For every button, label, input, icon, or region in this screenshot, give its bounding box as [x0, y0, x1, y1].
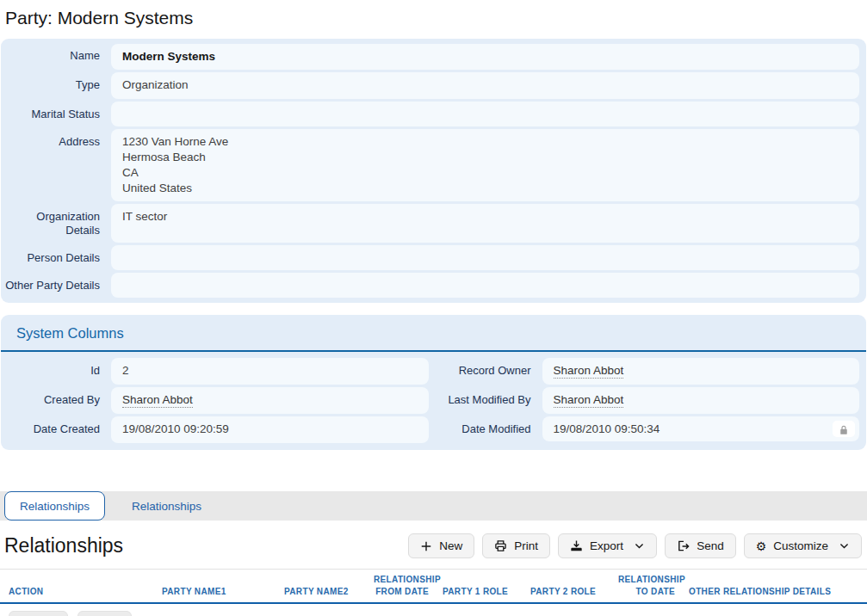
system-columns-left: Id 2 Created By Sharon Abbot Date Create…	[1, 357, 429, 444]
field-label: Name	[1, 42, 111, 63]
field-label: Marital Status	[1, 101, 111, 121]
field-row-date-created: Date Created 19/08/2010 09:20:59	[1, 416, 429, 445]
field-label: Date Modified	[432, 416, 542, 436]
record-owner-link[interactable]: Sharon Abbot	[554, 364, 624, 379]
chevron-down-icon	[634, 540, 645, 551]
field-row-last-modified-by: Last Modified By Sharon Abbot	[432, 386, 860, 416]
section-title: System Columns	[1, 315, 866, 352]
field-label: Record Owner	[432, 357, 542, 378]
field-value-type: Organization	[111, 72, 859, 99]
field-label: Address	[1, 128, 111, 149]
field-value-date-modified: 19/08/2010 09:50:34	[542, 416, 860, 441]
date-modified-value: 19/08/2010 09:50:34	[554, 422, 660, 437]
send-icon	[677, 539, 690, 552]
field-value-name: Modern Systems	[111, 44, 859, 71]
field-row-organization-details: Organization Details IT sector	[1, 203, 859, 244]
relationships-toolbar: New Print Export Send ⚙ Customize	[408, 533, 862, 558]
field-value-address: 1230 Van Horne Ave Hermosa Beach CA Unit…	[111, 129, 859, 201]
party-name1-cell: Modern Systems	[155, 603, 277, 616]
field-row-other-party-details: Other Party Details	[1, 272, 859, 299]
field-value-other-party-details	[111, 273, 859, 298]
field-value-id: 2	[111, 358, 429, 385]
field-value-marital-status	[111, 102, 859, 126]
party-1-role-cell: Supplier	[436, 603, 523, 616]
relationship-to-date-cell: 19/08/2011	[611, 603, 682, 616]
export-button[interactable]: Export	[558, 533, 657, 558]
chevron-down-icon	[839, 540, 850, 551]
table-header: ACTION PARTY NAME1 PARTY NAME2 RELATIONS…	[0, 570, 867, 604]
field-label: Organization Details	[1, 203, 111, 238]
tab-relationships-active[interactable]: Relationships	[4, 491, 105, 521]
field-row-name: Name Modern Systems	[1, 42, 859, 71]
field-row-type: Type Organization	[1, 71, 859, 101]
party-2-role-cell: Client	[523, 603, 611, 616]
col-other-relationship-details: OTHER RELATIONSHIP DETAILS	[682, 570, 867, 604]
download-icon	[570, 539, 583, 552]
field-row-date-modified: Date Modified 19/08/2010 09:50:34	[432, 416, 860, 443]
col-relationship-from-date: RELATIONSHIP FROM DATE	[367, 570, 436, 604]
created-by-link[interactable]: Sharon Abbot	[122, 393, 193, 408]
field-row-record-owner: Record Owner Sharon Abbot	[432, 357, 860, 386]
col-party-1-role: PARTY 1 ROLE	[436, 570, 523, 604]
col-party-2-role: PARTY 2 ROLE	[523, 570, 611, 604]
field-label: Id	[1, 357, 111, 378]
field-label: Last Modified By	[432, 386, 542, 407]
send-button[interactable]: Send	[665, 533, 736, 558]
field-label: Person Details	[1, 244, 111, 265]
field-value-record-owner: Sharon Abbot	[542, 358, 860, 385]
tab-relationships[interactable]: Relationships	[117, 491, 216, 521]
print-button-label: Print	[514, 539, 538, 552]
new-button-label: New	[439, 539, 462, 552]
other-relationship-details-cell	[682, 603, 867, 616]
field-label: Type	[1, 71, 111, 92]
customize-button-label: Customize	[773, 539, 828, 552]
field-label: Other Party Details	[1, 272, 111, 293]
printer-icon	[494, 539, 507, 552]
field-label: Created By	[1, 386, 111, 407]
customize-button[interactable]: ⚙ Customize	[744, 533, 862, 558]
relationships-header: Relationships New Print Export Send ⚙ C	[0, 521, 867, 569]
print-button[interactable]: Print	[482, 533, 550, 558]
table-row: View Edit Del Modern Systems Momentum 19…	[0, 603, 867, 616]
field-value-date-created: 19/08/2010 09:20:59	[111, 416, 429, 443]
page-title: Party: Modern Systems	[0, 0, 867, 39]
field-row-id: Id 2	[1, 357, 429, 386]
system-columns-panel: System Columns Id 2 Created By Sharon Ab…	[1, 315, 866, 450]
lock-icon	[833, 421, 855, 437]
relationships-title: Relationships	[4, 534, 123, 557]
field-value-last-modified-by: Sharon Abbot	[542, 387, 860, 414]
field-row-person-details: Person Details	[1, 244, 859, 272]
page: Party: Modern Systems Name Modern System…	[0, 0, 867, 616]
send-button-label: Send	[697, 539, 724, 552]
field-label: Date Created	[1, 416, 111, 436]
system-columns-grid: Id 2 Created By Sharon Abbot Date Create…	[1, 352, 866, 450]
field-row-marital-status: Marital Status	[1, 101, 859, 128]
col-party-name1: PARTY NAME1	[155, 570, 277, 604]
field-value-created-by: Sharon Abbot	[111, 387, 429, 414]
plus-icon	[420, 540, 432, 552]
party-details-panel: Name Modern Systems Type Organization Ma…	[1, 39, 866, 303]
col-party-name2: PARTY NAME2	[277, 570, 367, 604]
last-modified-by-link[interactable]: Sharon Abbot	[554, 393, 624, 408]
field-row-created-by: Created By Sharon Abbot	[1, 386, 429, 416]
new-button[interactable]: New	[408, 533, 474, 558]
col-action: ACTION	[0, 570, 155, 604]
field-value-organization-details: IT sector	[111, 204, 859, 243]
field-row-address: Address 1230 Van Horne Ave Hermosa Beach…	[1, 128, 859, 203]
party-name2-cell: Momentum	[277, 603, 367, 616]
system-columns-right: Record Owner Sharon Abbot Last Modified …	[432, 357, 860, 444]
edit-button[interactable]: Edit	[77, 611, 133, 616]
export-button-label: Export	[590, 539, 623, 552]
col-relationship-to-date: RELATIONSHIP TO DATE	[611, 570, 682, 604]
relationships-table: ACTION PARTY NAME1 PARTY NAME2 RELATIONS…	[0, 569, 867, 616]
field-value-person-details	[111, 245, 859, 270]
view-button[interactable]: View	[9, 611, 68, 616]
action-cell: View Edit Del	[0, 603, 155, 616]
tab-bar: Relationships Relationships	[0, 491, 867, 521]
relationship-from-date-cell: 19/08/2009	[367, 603, 436, 616]
